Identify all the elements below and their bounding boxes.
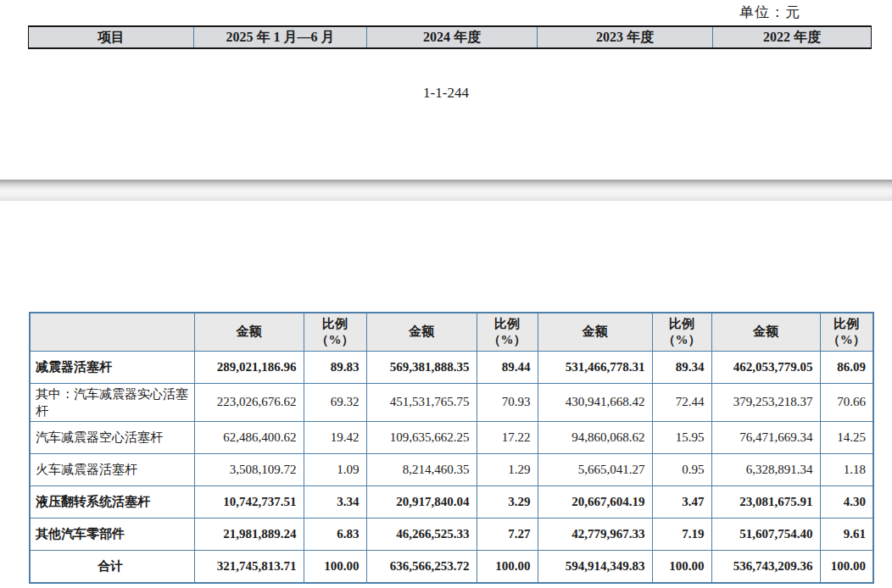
amount-cell: 636,566,253.72 — [366, 551, 477, 583]
ratio-cell: 69.32 — [304, 383, 366, 422]
ratio-cell: 3.34 — [304, 486, 366, 519]
row-label: 其中：汽车减震器实心活塞杆 — [30, 383, 194, 422]
ratio-cell: 3.47 — [652, 486, 711, 519]
amount-cell: 289,021,186.96 — [194, 351, 304, 383]
period-header-2023: 2023 年度 — [538, 26, 713, 48]
ratio-cell: 1.29 — [477, 454, 538, 486]
amount-header: 金额 — [538, 313, 652, 351]
amount-cell: 6,328,891.34 — [711, 454, 820, 486]
ratio-cell: 1.18 — [820, 454, 873, 486]
amount-cell: 20,917,840.04 — [366, 486, 477, 519]
ratio-header-line2: （%） — [821, 332, 873, 348]
ratio-cell: 7.19 — [652, 519, 711, 551]
period-header-row: 项目 2025 年 1 月—6 月 2024 年度 2023 年度 2022 年… — [29, 26, 872, 48]
table-row-train-piston-rod: 火车减震器活塞杆 3,508,109.72 1.09 8,214,460.35 … — [30, 454, 873, 486]
ratio-cell: 3.29 — [477, 486, 538, 519]
ratio-cell: 100.00 — [652, 551, 711, 583]
unit-label: 单位：元 — [739, 3, 800, 22]
ratio-cell: 19.42 — [304, 422, 366, 454]
row-label: 液压翻转系统活塞杆 — [30, 486, 194, 519]
amount-cell: 3,508,109.72 — [194, 454, 304, 486]
amount-cell: 62,486,400.62 — [194, 422, 304, 454]
ratio-cell: 100.00 — [304, 551, 366, 583]
period-header-2024: 2024 年度 — [367, 26, 538, 48]
amount-cell: 536,743,209.36 — [711, 551, 820, 583]
amount-cell: 462,053,779.05 — [711, 351, 820, 383]
ratio-header: 比例（%） — [652, 313, 711, 351]
row-label: 减震器活塞杆 — [30, 351, 194, 383]
ratio-cell: 86.09 — [820, 351, 873, 383]
ratio-cell: 89.34 — [652, 351, 711, 383]
amount-cell: 21,981,889.24 — [194, 519, 304, 551]
ratio-header-line1: 比例 — [821, 316, 873, 332]
ratio-header-line1: 比例 — [653, 316, 711, 332]
ratio-cell: 15.95 — [652, 422, 711, 454]
ratio-cell: 6.83 — [304, 519, 366, 551]
amount-cell: 594,914,349.83 — [538, 551, 652, 583]
amount-cell: 20,667,604.19 — [538, 486, 652, 519]
row-label: 汽车减震器空心活塞杆 — [30, 422, 194, 454]
ratio-cell: 7.27 — [477, 519, 538, 551]
table-row-shock-piston-rod: 减震器活塞杆 289,021,186.96 89.83 569,381,888.… — [30, 351, 873, 383]
ratio-cell: 0.95 — [652, 454, 711, 486]
amount-cell: 8,214,460.35 — [366, 454, 477, 486]
table-row-hydraulic-piston-rod: 液压翻转系统活塞杆 10,742,737.51 3.34 20,917,840.… — [30, 486, 873, 519]
amount-cell: 569,381,888.35 — [366, 351, 477, 383]
ratio-header-line2: （%） — [477, 332, 538, 348]
amount-header: 金额 — [711, 313, 820, 351]
period-header-h1-2025: 2025 年 1 月—6 月 — [194, 26, 367, 48]
ratio-cell: 72.44 — [652, 383, 711, 422]
table-row-total: 合计 321,745,813.71 100.00 636,566,253.72 … — [30, 551, 873, 583]
amount-cell: 430,941,668.42 — [538, 383, 652, 422]
ratio-header-line2: （%） — [304, 332, 366, 348]
table-row-auto-solid-piston-rod: 其中：汽车减震器实心活塞杆 223,026,676.62 69.32 451,5… — [30, 383, 873, 422]
amount-cell: 451,531,765.75 — [366, 383, 477, 422]
ratio-cell: 89.44 — [477, 351, 538, 383]
ratio-cell: 4.30 — [820, 486, 873, 519]
table-row-auto-hollow-piston-rod: 汽车减震器空心活塞杆 62,486,400.62 19.42 109,635,6… — [30, 422, 873, 454]
amount-header: 金额 — [194, 313, 304, 351]
ratio-header-line1: 比例 — [304, 316, 366, 332]
ratio-header: 比例（%） — [304, 313, 366, 351]
ratio-cell: 70.93 — [477, 383, 538, 422]
revenue-breakdown-table: 金额 比例（%） 金额 比例（%） 金额 比例（%） 金额 比例（%） 减震器活… — [29, 312, 874, 584]
amount-header: 金额 — [366, 313, 477, 351]
amount-cell: 10,742,737.51 — [194, 486, 304, 519]
ratio-cell: 100.00 — [820, 551, 873, 583]
page-number: 1-1-244 — [0, 85, 892, 102]
ratio-cell: 14.25 — [820, 422, 873, 454]
amount-cell: 223,026,676.62 — [194, 383, 304, 422]
ratio-cell: 17.22 — [477, 422, 538, 454]
row-label-total: 合计 — [30, 551, 194, 583]
amount-cell: 109,635,662.25 — [366, 422, 477, 454]
ratio-header: 比例（%） — [477, 313, 538, 351]
amount-cell: 379,253,218.37 — [711, 383, 820, 422]
row-label: 其他汽车零部件 — [30, 519, 194, 551]
ratio-header: 比例（%） — [820, 313, 873, 351]
ratio-cell: 1.09 — [304, 454, 366, 486]
period-header-2022: 2022 年度 — [713, 26, 872, 48]
ratio-cell: 9.61 — [820, 519, 873, 551]
amount-cell: 42,779,967.33 — [538, 519, 652, 551]
ratio-cell: 89.83 — [304, 351, 366, 383]
ratio-header-line2: （%） — [653, 332, 711, 348]
corner-cell — [30, 313, 194, 351]
period-header-item: 项目 — [29, 26, 194, 48]
ratio-cell: 100.00 — [477, 551, 538, 583]
table-row-other-auto-parts: 其他汽车零部件 21,981,889.24 6.83 46,266,525.33… — [30, 519, 873, 551]
amount-cell: 23,081,675.91 — [711, 486, 820, 519]
ratio-header-line1: 比例 — [477, 316, 538, 332]
amount-cell: 46,266,525.33 — [366, 519, 477, 551]
amount-cell: 51,607,754.40 — [711, 519, 820, 551]
data-header-row: 金额 比例（%） 金额 比例（%） 金额 比例（%） 金额 比例（%） — [30, 313, 873, 351]
amount-cell: 531,466,778.31 — [538, 351, 652, 383]
page-break-divider — [0, 180, 892, 201]
amount-cell: 76,471,669.34 — [711, 422, 820, 454]
row-label: 火车减震器活塞杆 — [30, 454, 194, 486]
period-header-table: 项目 2025 年 1 月—6 月 2024 年度 2023 年度 2022 年… — [28, 25, 872, 49]
ratio-cell: 70.66 — [820, 383, 873, 422]
amount-cell: 321,745,813.71 — [194, 551, 304, 583]
amount-cell: 5,665,041.27 — [538, 454, 652, 486]
amount-cell: 94,860,068.62 — [538, 422, 652, 454]
